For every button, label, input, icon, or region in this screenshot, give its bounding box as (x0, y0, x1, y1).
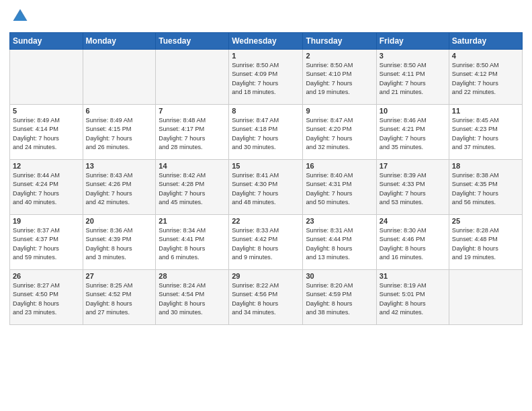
calendar-day-15: 15Sunrise: 8:41 AM Sunset: 4:30 PM Dayli… (229, 160, 303, 215)
day-number: 15 (232, 162, 300, 170)
day-info: Sunrise: 8:34 AM Sunset: 4:41 PM Dayligh… (159, 226, 226, 262)
day-number: 2 (306, 52, 373, 60)
calendar-weekday-thursday: Thursday (303, 33, 376, 50)
day-info: Sunrise: 8:50 AM Sunset: 4:09 PM Dayligh… (232, 61, 300, 97)
day-info: Sunrise: 8:37 AM Sunset: 4:37 PM Dayligh… (13, 226, 80, 262)
calendar-day-25: 25Sunrise: 8:28 AM Sunset: 4:48 PM Dayli… (449, 215, 522, 270)
calendar-day-18: 18Sunrise: 8:38 AM Sunset: 4:35 PM Dayli… (449, 160, 522, 215)
day-info: Sunrise: 8:50 AM Sunset: 4:12 PM Dayligh… (452, 61, 519, 97)
day-number: 27 (86, 272, 153, 280)
calendar-day-21: 21Sunrise: 8:34 AM Sunset: 4:41 PM Dayli… (156, 215, 229, 270)
day-info: Sunrise: 8:47 AM Sunset: 4:18 PM Dayligh… (232, 116, 300, 152)
day-number: 25 (452, 217, 519, 225)
day-info: Sunrise: 8:48 AM Sunset: 4:17 PM Dayligh… (159, 116, 226, 152)
calendar-empty-cell (10, 50, 83, 105)
calendar-weekday-monday: Monday (83, 33, 156, 50)
calendar-day-8: 8Sunrise: 8:47 AM Sunset: 4:18 PM Daylig… (229, 105, 303, 160)
day-number: 1 (232, 52, 300, 60)
day-info: Sunrise: 8:43 AM Sunset: 4:26 PM Dayligh… (86, 171, 153, 207)
calendar-day-14: 14Sunrise: 8:42 AM Sunset: 4:28 PM Dayli… (156, 160, 229, 215)
page-header (9, 7, 523, 28)
calendar-day-23: 23Sunrise: 8:31 AM Sunset: 4:44 PM Dayli… (303, 215, 376, 270)
calendar-weekday-tuesday: Tuesday (156, 33, 229, 50)
calendar-day-12: 12Sunrise: 8:44 AM Sunset: 4:24 PM Dayli… (10, 160, 83, 215)
day-number: 5 (13, 107, 80, 115)
calendar-day-17: 17Sunrise: 8:39 AM Sunset: 4:33 PM Dayli… (376, 160, 449, 215)
calendar-empty-cell (156, 50, 229, 105)
day-info: Sunrise: 8:39 AM Sunset: 4:33 PM Dayligh… (380, 171, 446, 207)
day-number: 29 (232, 272, 300, 280)
calendar-empty-cell (83, 50, 156, 105)
calendar-weekday-friday: Friday (376, 33, 449, 50)
day-info: Sunrise: 8:49 AM Sunset: 4:15 PM Dayligh… (86, 116, 153, 152)
day-number: 19 (13, 217, 80, 225)
calendar-day-4: 4Sunrise: 8:50 AM Sunset: 4:12 PM Daylig… (449, 50, 522, 105)
day-info: Sunrise: 8:20 AM Sunset: 4:59 PM Dayligh… (306, 281, 373, 317)
day-info: Sunrise: 8:28 AM Sunset: 4:48 PM Dayligh… (452, 226, 519, 262)
day-info: Sunrise: 8:44 AM Sunset: 4:24 PM Dayligh… (13, 171, 80, 207)
day-info: Sunrise: 8:50 AM Sunset: 4:11 PM Dayligh… (380, 61, 446, 97)
day-number: 26 (13, 272, 80, 280)
day-info: Sunrise: 8:19 AM Sunset: 5:01 PM Dayligh… (380, 281, 446, 317)
day-info: Sunrise: 8:22 AM Sunset: 4:56 PM Dayligh… (232, 281, 300, 317)
day-info: Sunrise: 8:38 AM Sunset: 4:35 PM Dayligh… (452, 171, 519, 207)
calendar-day-30: 30Sunrise: 8:20 AM Sunset: 4:59 PM Dayli… (303, 270, 376, 325)
day-info: Sunrise: 8:49 AM Sunset: 4:14 PM Dayligh… (13, 116, 80, 152)
calendar-day-2: 2Sunrise: 8:50 AM Sunset: 4:10 PM Daylig… (303, 50, 376, 105)
calendar-day-6: 6Sunrise: 8:49 AM Sunset: 4:15 PM Daylig… (83, 105, 156, 160)
day-number: 11 (452, 107, 519, 115)
day-number: 22 (232, 217, 300, 225)
calendar-day-28: 28Sunrise: 8:24 AM Sunset: 4:54 PM Dayli… (156, 270, 229, 325)
day-number: 12 (13, 162, 80, 170)
calendar-day-26: 26Sunrise: 8:27 AM Sunset: 4:50 PM Dayli… (10, 270, 83, 325)
calendar-day-22: 22Sunrise: 8:33 AM Sunset: 4:42 PM Dayli… (229, 215, 303, 270)
calendar-empty-cell (449, 270, 522, 325)
calendar-day-3: 3Sunrise: 8:50 AM Sunset: 4:11 PM Daylig… (376, 50, 449, 105)
day-number: 31 (380, 272, 446, 280)
calendar-day-1: 1Sunrise: 8:50 AM Sunset: 4:09 PM Daylig… (229, 50, 303, 105)
day-number: 21 (159, 217, 226, 225)
logo (9, 7, 30, 28)
day-number: 6 (86, 107, 153, 115)
calendar-week-row: 19Sunrise: 8:37 AM Sunset: 4:37 PM Dayli… (10, 215, 523, 270)
day-number: 13 (86, 162, 153, 170)
calendar-table: SundayMondayTuesdayWednesdayThursdayFrid… (9, 32, 523, 325)
calendar-weekday-saturday: Saturday (449, 33, 522, 50)
day-info: Sunrise: 8:24 AM Sunset: 4:54 PM Dayligh… (159, 281, 226, 317)
calendar-day-5: 5Sunrise: 8:49 AM Sunset: 4:14 PM Daylig… (10, 105, 83, 160)
day-number: 20 (86, 217, 153, 225)
day-info: Sunrise: 8:42 AM Sunset: 4:28 PM Dayligh… (159, 171, 226, 207)
calendar-day-11: 11Sunrise: 8:45 AM Sunset: 4:23 PM Dayli… (449, 105, 522, 160)
calendar-day-7: 7Sunrise: 8:48 AM Sunset: 4:17 PM Daylig… (156, 105, 229, 160)
day-info: Sunrise: 8:36 AM Sunset: 4:39 PM Dayligh… (86, 226, 153, 262)
day-info: Sunrise: 8:33 AM Sunset: 4:42 PM Dayligh… (232, 226, 300, 262)
calendar-day-19: 19Sunrise: 8:37 AM Sunset: 4:37 PM Dayli… (10, 215, 83, 270)
day-number: 8 (232, 107, 300, 115)
day-info: Sunrise: 8:31 AM Sunset: 4:44 PM Dayligh… (306, 226, 373, 262)
calendar-week-row: 5Sunrise: 8:49 AM Sunset: 4:14 PM Daylig… (10, 105, 523, 160)
day-number: 28 (159, 272, 226, 280)
calendar-day-13: 13Sunrise: 8:43 AM Sunset: 4:26 PM Dayli… (83, 160, 156, 215)
day-number: 16 (306, 162, 373, 170)
calendar-week-row: 26Sunrise: 8:27 AM Sunset: 4:50 PM Dayli… (10, 270, 523, 325)
calendar-day-20: 20Sunrise: 8:36 AM Sunset: 4:39 PM Dayli… (83, 215, 156, 270)
day-number: 30 (306, 272, 373, 280)
day-number: 14 (159, 162, 226, 170)
day-info: Sunrise: 8:25 AM Sunset: 4:52 PM Dayligh… (86, 281, 153, 317)
day-info: Sunrise: 8:46 AM Sunset: 4:21 PM Dayligh… (380, 116, 446, 152)
calendar-weekday-sunday: Sunday (10, 33, 83, 50)
day-info: Sunrise: 8:40 AM Sunset: 4:31 PM Dayligh… (306, 171, 373, 207)
calendar-day-9: 9Sunrise: 8:47 AM Sunset: 4:20 PM Daylig… (303, 105, 376, 160)
day-info: Sunrise: 8:47 AM Sunset: 4:20 PM Dayligh… (306, 116, 373, 152)
day-number: 7 (159, 107, 226, 115)
calendar-header-row: SundayMondayTuesdayWednesdayThursdayFrid… (10, 33, 523, 50)
day-info: Sunrise: 8:27 AM Sunset: 4:50 PM Dayligh… (13, 281, 80, 317)
day-info: Sunrise: 8:50 AM Sunset: 4:10 PM Dayligh… (306, 61, 373, 97)
calendar-day-16: 16Sunrise: 8:40 AM Sunset: 4:31 PM Dayli… (303, 160, 376, 215)
day-number: 24 (380, 217, 446, 225)
day-number: 10 (380, 107, 446, 115)
calendar-week-row: 1Sunrise: 8:50 AM Sunset: 4:09 PM Daylig… (10, 50, 523, 105)
day-number: 9 (306, 107, 373, 115)
calendar-weekday-wednesday: Wednesday (229, 33, 303, 50)
day-info: Sunrise: 8:45 AM Sunset: 4:23 PM Dayligh… (452, 116, 519, 152)
